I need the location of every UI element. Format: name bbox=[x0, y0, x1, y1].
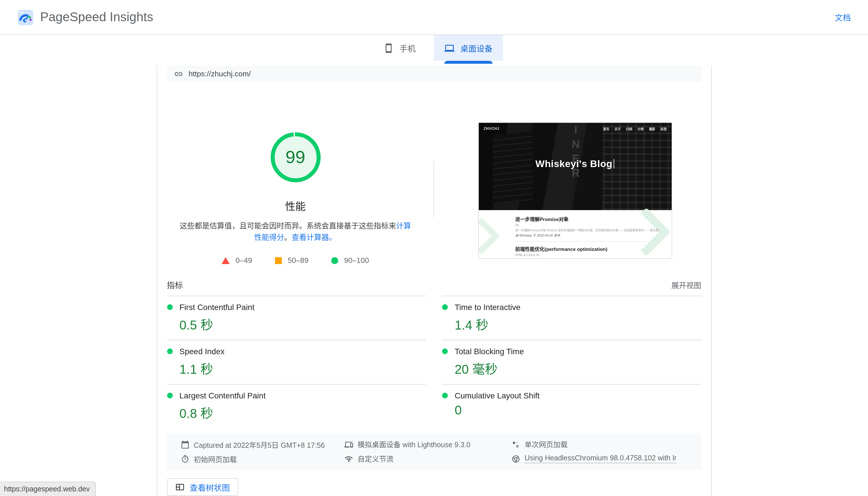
score-description: 这些都是估算值，且可能会因时而异。系统会直接基于这些指标来计算性能得分。查看计算… bbox=[176, 220, 415, 244]
legend-pass-label: 90–100 bbox=[344, 256, 369, 265]
pass-dot-icon bbox=[167, 304, 172, 310]
initial-page-load: 初始网页加载 bbox=[181, 453, 338, 464]
green-circle-icon bbox=[331, 257, 338, 264]
metric-speed-index: Speed Index 1.1 秒 bbox=[167, 340, 426, 384]
pass-dot-icon bbox=[442, 304, 448, 310]
metrics-section-title: 指标 bbox=[167, 279, 183, 291]
pass-dot-icon bbox=[442, 393, 448, 399]
report-card: https://zhuchj.com/ 99 性能 这些都是估算值，且可能会因时… bbox=[156, 65, 712, 496]
score-column: 99 性能 这些都是估算值，且可能会因时而异。系统会直接基于这些指标来计算性能得… bbox=[157, 82, 434, 265]
neon-sign-letters: INER bbox=[569, 124, 582, 182]
legend-item-fail: 0–49 bbox=[222, 256, 252, 265]
metrics-grid: First Contentful Paint 0.5 秒 Time to Int… bbox=[157, 296, 711, 428]
legend-average-label: 50–89 bbox=[288, 256, 308, 265]
metric-value: 1.4 秒 bbox=[455, 314, 701, 333]
post-tag: JS bbox=[515, 223, 671, 227]
capture-timestamp: Captured at 2022年5月5日 GMT+8 17:56 bbox=[181, 438, 338, 450]
metric-cumulative-layout-shift: Cumulative Layout Shift 0 bbox=[442, 384, 701, 428]
legend-fail-label: 0–49 bbox=[236, 256, 252, 265]
score-description-text: 这些都是估算值，且可能会因时而异。系统会直接基于这些指标来 bbox=[180, 221, 396, 230]
thumbnail-post-list: 进一步理解Promise对象 JS 进一步理解Promise对象 Promise… bbox=[479, 210, 671, 259]
view-treemap-button[interactable]: 查看树状图 bbox=[167, 478, 238, 496]
post-divider bbox=[515, 241, 648, 242]
post-title: 进一步理解Promise对象 bbox=[515, 215, 671, 222]
app-header: PageSpeed Insights 文档 bbox=[0, 0, 868, 35]
tab-mobile[interactable]: 手机 bbox=[365, 35, 434, 61]
docs-link[interactable]: 文档 bbox=[835, 12, 851, 23]
metric-first-contentful-paint: First Contentful Paint 0.5 秒 bbox=[167, 296, 426, 340]
capture-info-bar: Captured at 2022年5月5日 GMT+8 17:56 初始网页加载… bbox=[167, 433, 701, 470]
thumb-nav-category: 分类 bbox=[637, 127, 644, 131]
smartphone-icon bbox=[384, 43, 394, 53]
tab-desktop[interactable]: 桌面设备 bbox=[434, 35, 503, 61]
legend-item-pass: 90–100 bbox=[331, 256, 369, 265]
tab-mobile-label: 手机 bbox=[400, 42, 416, 54]
post-tag: HTML & CSS & JS bbox=[515, 253, 671, 257]
thumb-nav-tags: 标签 bbox=[661, 127, 667, 131]
metric-value: 1.1 秒 bbox=[180, 359, 426, 377]
thumbnail-post-1: 进一步理解Promise对象 JS 进一步理解Promise对象 Promise… bbox=[515, 215, 671, 238]
expand-view-link[interactable]: 展开视图 bbox=[671, 279, 701, 290]
text-cursor bbox=[614, 159, 615, 168]
metric-value: 0.8 秒 bbox=[180, 403, 426, 421]
score-description-sep: 。 bbox=[284, 233, 292, 242]
red-triangle-icon bbox=[222, 257, 230, 264]
orange-square-icon bbox=[275, 257, 282, 264]
green-ribbon-left bbox=[478, 217, 500, 254]
metric-value: 0 bbox=[455, 403, 701, 418]
browser-version-info[interactable]: Using HeadlessChromium 98.0.4758.102 wit… bbox=[511, 453, 687, 464]
analyzed-url-bar: https://zhuchj.com/ bbox=[167, 65, 701, 82]
page-loads-icon bbox=[511, 440, 520, 449]
devices-icon bbox=[344, 440, 353, 449]
laptop-icon bbox=[444, 43, 455, 53]
thumbnail-post-2: 前端性能优化(performance optimization) HTML & … bbox=[515, 245, 671, 259]
view-calculator-link[interactable]: 查看计算器。 bbox=[292, 233, 337, 242]
section-divider bbox=[433, 161, 434, 218]
custom-throttling-info[interactable]: 自定义节流 bbox=[344, 453, 505, 464]
thumb-nav-home: 首页 bbox=[603, 127, 609, 131]
performance-label: 性能 bbox=[157, 198, 434, 213]
metric-value: 20 毫秒 bbox=[455, 359, 701, 377]
tab-desktop-label: 桌面设备 bbox=[461, 42, 493, 54]
device-tabs: 手机 桌面设备 bbox=[0, 35, 868, 61]
pagespeed-logo-icon bbox=[18, 10, 33, 25]
thumbnail-site-nav: 首页 关于 归档 分类 摄影 标签 bbox=[603, 127, 667, 131]
pass-dot-icon bbox=[442, 348, 448, 354]
chrome-icon bbox=[511, 454, 520, 463]
legend-item-average: 50–89 bbox=[275, 256, 308, 265]
post-excerpt: 进一步理解Promise对象 Promise 是异步编程的一种解决方案，比传统的… bbox=[515, 228, 662, 232]
thumb-nav-photo: 摄影 bbox=[649, 127, 655, 131]
thumb-nav-about: 关于 bbox=[615, 127, 621, 131]
post-title: 前端性能优化(performance optimization) bbox=[515, 245, 671, 252]
score-legend: 0–49 50–89 90–100 bbox=[157, 256, 434, 265]
emulated-device-info[interactable]: 模拟桌面设备 with Lighthouse 9.3.0 bbox=[344, 438, 505, 450]
analyzed-url: https://zhuchj.com/ bbox=[189, 69, 251, 78]
app-title: PageSpeed Insights bbox=[40, 10, 153, 25]
post-meta: 由 Whiskeyi 于 2022-05-02 发布 bbox=[515, 233, 671, 238]
metric-total-blocking-time: Total Blocking Time 20 毫秒 bbox=[442, 340, 701, 384]
performance-gauge[interactable]: 99 bbox=[268, 130, 322, 184]
pass-dot-icon bbox=[167, 393, 172, 399]
post-excerpt: 前端性能优化(performance optimization)是个老话题 性能… bbox=[515, 258, 662, 259]
performance-summary-section: 99 性能 这些都是估算值，且可能会因时而异。系统会直接基于这些指标来计算性能得… bbox=[157, 82, 711, 273]
treemap-icon bbox=[175, 482, 185, 492]
pagespeed-insights-page: PageSpeed Insights 文档 手机 桌面设备 https://zh… bbox=[0, 0, 868, 496]
metric-time-to-interactive: Time to Interactive 1.4 秒 bbox=[442, 296, 701, 340]
thumbnail-hero-title: Whiskeyi's Blog bbox=[479, 158, 671, 170]
site-screenshot-thumbnail[interactable]: INER ZHUCHJ 首页 关于 归档 分类 摄影 标签 Whiskeyi's… bbox=[478, 122, 672, 259]
calendar-icon bbox=[181, 440, 189, 449]
network-icon bbox=[344, 454, 353, 463]
thumbnail-hero-photo: INER ZHUCHJ 首页 关于 归档 分类 摄影 标签 Whiskeyi's… bbox=[479, 123, 671, 210]
link-preview-tooltip: https://pagespeed.web.dev bbox=[0, 482, 96, 496]
single-page-load-info[interactable]: 单次网页加载 bbox=[511, 438, 687, 450]
metric-largest-contentful-paint: Largest Contentful Paint 0.8 秒 bbox=[167, 384, 426, 428]
metric-value: 0.5 秒 bbox=[180, 314, 426, 333]
thumbnail-site-brand: ZHUCHJ bbox=[484, 127, 499, 130]
thumb-nav-archive: 归档 bbox=[626, 127, 632, 131]
active-tab-indicator bbox=[444, 61, 493, 64]
view-treemap-label: 查看树状图 bbox=[190, 481, 230, 493]
link-icon bbox=[174, 69, 183, 78]
stopwatch-icon bbox=[181, 454, 189, 463]
metrics-header-row: 指标 展开视图 bbox=[157, 278, 711, 291]
performance-score: 99 bbox=[268, 130, 322, 184]
